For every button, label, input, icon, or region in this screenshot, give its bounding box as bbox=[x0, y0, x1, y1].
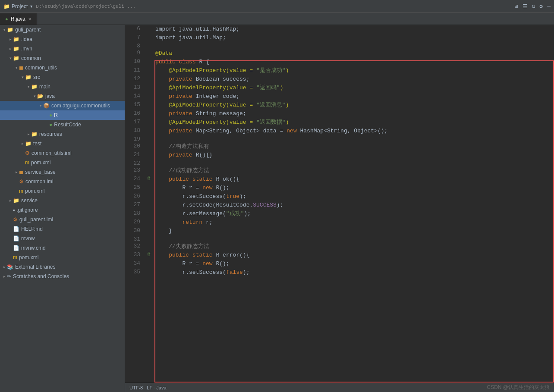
sidebar-item-R[interactable]: ●R bbox=[0, 110, 125, 120]
code-line-19: 19 bbox=[125, 135, 554, 142]
line-code-8 bbox=[153, 42, 554, 49]
line-code-18: private Map<String, Object> data = new H… bbox=[153, 127, 554, 135]
sidebar-item-pom-root[interactable]: mpom.xml bbox=[0, 253, 125, 262]
sidebar-item-mvnw-cmd[interactable]: 📄mvnw.cmd bbox=[0, 243, 125, 253]
sidebar-item-idea[interactable]: ▸📁.idea bbox=[0, 34, 125, 44]
code-line-29: 29 return r; bbox=[125, 218, 554, 227]
iml-icon: ⚙ bbox=[19, 179, 24, 185]
sidebar-item-label-com-package: com.atguigu.commonutils bbox=[51, 103, 110, 109]
sidebar-item-java[interactable]: ▾📂java bbox=[0, 91, 125, 101]
sidebar-item-pom-common-utils[interactable]: mpom.xml bbox=[0, 158, 125, 167]
tree-arrow-ext-libraries: ▸ bbox=[2, 265, 7, 269]
sidebar-item-mvnw[interactable]: 📄mvnw bbox=[0, 234, 125, 243]
line-number-30: 30 bbox=[125, 227, 145, 235]
line-gutter-24: @ bbox=[145, 175, 153, 184]
sidebar-item-service-base[interactable]: ▸◼service_base bbox=[0, 167, 125, 177]
code-line-28: 28 r.setMessage("成功"); bbox=[125, 210, 554, 218]
sidebar-item-main[interactable]: ▾📁main bbox=[0, 82, 125, 91]
file-tree: ▾📁guli_parent▸📁.idea▸📁.mvn▾📁common▾◼comm… bbox=[0, 25, 125, 281]
sidebar-item-label-common: common bbox=[21, 55, 41, 61]
line-code-10: public class R { bbox=[153, 58, 554, 66]
editor: 6import java.util.HashMap;7import java.u… bbox=[125, 25, 554, 392]
folder-icon: 📁 bbox=[25, 141, 31, 147]
sidebar-item-common[interactable]: ▾📁common bbox=[0, 53, 125, 63]
line-number-25: 25 bbox=[125, 184, 145, 192]
r-java-file-icon: ● bbox=[5, 16, 8, 22]
line-number-29: 29 bbox=[125, 218, 145, 227]
line-gutter-30 bbox=[145, 227, 153, 235]
sidebar-item-scratches[interactable]: ▸✏Scratches and Consoles bbox=[0, 272, 125, 281]
module-icon: ◼ bbox=[19, 169, 23, 175]
line-code-20: //构造方法私有 bbox=[153, 142, 554, 151]
folder-icon: 📁 bbox=[13, 46, 19, 52]
line-number-18: 18 bbox=[125, 127, 145, 135]
code-line-13: 13 @ApiModelProperty(value = "返回码") bbox=[125, 84, 554, 92]
project-icon: 📁 bbox=[7, 27, 13, 33]
line-gutter-9 bbox=[145, 49, 153, 58]
line-code-25: R r = new R(); bbox=[153, 184, 554, 192]
sidebar-item-resources[interactable]: ▸📁resources bbox=[0, 129, 125, 139]
line-code-12: private Boolean success; bbox=[153, 75, 554, 84]
tab-r-java[interactable]: ● R.java ✕ bbox=[0, 13, 37, 25]
minimize-icon[interactable]: — bbox=[547, 3, 551, 10]
watermark: CSDN @认真生活的灰太狼 bbox=[487, 384, 550, 391]
sidebar-item-label-gitignore: .gitignore bbox=[16, 207, 38, 213]
sidebar-item-label-mvnw-cmd: mvnw.cmd bbox=[21, 245, 46, 251]
line-code-24: public static R ok(){ bbox=[153, 175, 554, 184]
sidebar-item-guli-parent[interactable]: ▾📁guli_parent bbox=[0, 25, 125, 34]
code-line-22: 22 bbox=[125, 160, 554, 166]
line-number-31: 31 bbox=[125, 235, 145, 242]
line-number-15: 15 bbox=[125, 101, 145, 110]
code-line-32: 32 //失败静态方法 bbox=[125, 242, 554, 251]
code-line-6: 6import java.util.HashMap; bbox=[125, 25, 554, 34]
code-line-31: 31 bbox=[125, 235, 554, 242]
tree-arrow-com-package: ▾ bbox=[38, 103, 43, 108]
chevron-down-icon: ▼ bbox=[29, 4, 33, 9]
code-area[interactable]: 6import java.util.HashMap;7import java.u… bbox=[125, 25, 554, 383]
sidebar-item-label-service: service bbox=[21, 198, 38, 204]
line-number-7: 7 bbox=[125, 34, 145, 42]
scratches-icon: ✏ bbox=[7, 273, 11, 279]
sidebar-item-mvn[interactable]: ▸📁.mvn bbox=[0, 44, 125, 53]
line-number-14: 14 bbox=[125, 92, 145, 101]
sidebar-item-label-common-iml: common.iml bbox=[25, 179, 54, 185]
sidebar-item-ext-libraries[interactable]: ▸📚External Libraries bbox=[0, 262, 125, 272]
sidebar-item-com-package[interactable]: ▾📦com.atguigu.commonutils bbox=[0, 101, 125, 110]
line-gutter-22 bbox=[145, 160, 153, 166]
sidebar-item-common-utils[interactable]: ▾◼common_utils bbox=[0, 63, 125, 72]
folder-icon: 📁 bbox=[13, 198, 19, 204]
sidebar-item-common-iml[interactable]: ⚙common.iml bbox=[0, 177, 125, 186]
sidebar-item-label-idea: .idea bbox=[21, 36, 32, 42]
sidebar-item-service[interactable]: ▸📁service bbox=[0, 196, 125, 205]
line-code-22 bbox=[153, 160, 554, 166]
tree-arrow-main: ▾ bbox=[26, 85, 31, 89]
line-gutter-28 bbox=[145, 210, 153, 218]
sidebar-item-gitignore[interactable]: ▪.gitignore bbox=[0, 205, 125, 215]
sidebar-item-pom-common[interactable]: mpom.xml bbox=[0, 186, 125, 196]
sidebar-item-test[interactable]: ▸📁test bbox=[0, 139, 125, 148]
tree-arrow-resources: ▸ bbox=[26, 132, 31, 136]
grid-icon[interactable]: ⊞ bbox=[515, 3, 518, 10]
line-code-14: private Integer code; bbox=[153, 92, 554, 101]
line-number-33: 33 bbox=[125, 251, 145, 260]
java-class-icon: ● bbox=[49, 112, 52, 118]
sort-icon[interactable]: ⇅ bbox=[532, 3, 535, 10]
sidebar-item-HELP-md[interactable]: 📄HELP.md bbox=[0, 224, 125, 234]
bottom-bar: UTF-8 · LF · Java CSDN @认真生活的灰太狼 bbox=[125, 383, 554, 392]
code-table: 6import java.util.HashMap;7import java.u… bbox=[125, 25, 554, 277]
java-class-icon: ● bbox=[49, 122, 52, 128]
list-icon[interactable]: ☰ bbox=[523, 3, 528, 10]
code-line-7: 7import java.util.Map; bbox=[125, 34, 554, 42]
sidebar-item-ResultCode[interactable]: ●ResultCode bbox=[0, 120, 125, 129]
code-line-26: 26 r.setSuccess(true); bbox=[125, 192, 554, 201]
line-code-30: } bbox=[153, 227, 554, 235]
sidebar-item-common-utils-iml[interactable]: ⚙common_utils.iml bbox=[0, 148, 125, 158]
sidebar-item-src[interactable]: ▾📁src bbox=[0, 72, 125, 82]
tab-close-button[interactable]: ✕ bbox=[28, 17, 31, 22]
line-gutter-35 bbox=[145, 268, 153, 277]
sidebar-item-guli-parent-iml[interactable]: ⚙guli_parent.iml bbox=[0, 215, 125, 224]
project-label[interactable]: 📁 Project ▼ bbox=[3, 3, 33, 9]
settings-icon[interactable]: ⚙ bbox=[539, 3, 543, 10]
line-number-19: 19 bbox=[125, 135, 145, 142]
code-line-21: 21 private R(){} bbox=[125, 151, 554, 160]
